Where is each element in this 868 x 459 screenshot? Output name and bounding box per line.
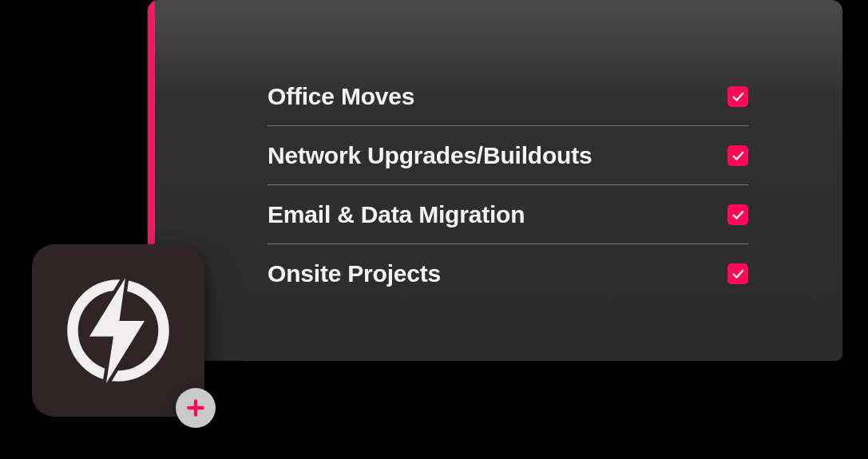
list-item-label: Onsite Projects bbox=[268, 260, 441, 287]
checkmark-icon bbox=[731, 267, 745, 281]
list-item: Network Upgrades/Buildouts bbox=[268, 126, 748, 185]
checkmark-icon bbox=[731, 89, 745, 104]
list-item-label: Email & Data Migration bbox=[268, 201, 525, 228]
power-badge bbox=[32, 244, 204, 417]
checkmark-icon bbox=[731, 148, 745, 163]
services-panel: Office Moves Network Upgrades/Buildouts … bbox=[148, 0, 842, 361]
checkbox-office-moves[interactable] bbox=[727, 86, 748, 107]
plus-icon bbox=[185, 398, 206, 418]
list-item-label: Network Upgrades/Buildouts bbox=[268, 142, 593, 169]
services-list: Office Moves Network Upgrades/Buildouts … bbox=[268, 67, 748, 303]
add-button[interactable] bbox=[176, 388, 216, 428]
checkbox-email-migration[interactable] bbox=[727, 204, 748, 225]
checkbox-network-upgrades[interactable] bbox=[727, 145, 748, 166]
list-item-label: Office Moves bbox=[268, 83, 414, 110]
list-item: Office Moves bbox=[268, 67, 748, 126]
lightning-bolt-circle-icon bbox=[58, 271, 178, 390]
list-item: Email & Data Migration bbox=[268, 185, 748, 244]
list-item: Onsite Projects bbox=[268, 244, 748, 303]
panel-accent-bar bbox=[148, 0, 155, 247]
checkbox-onsite-projects[interactable] bbox=[727, 263, 748, 284]
checkmark-icon bbox=[731, 208, 745, 222]
